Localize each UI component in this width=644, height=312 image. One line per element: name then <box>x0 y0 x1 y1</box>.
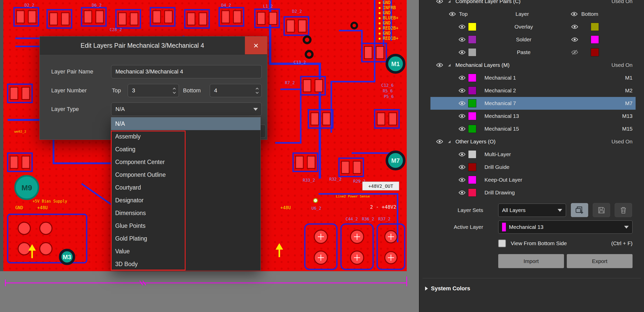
pcb-net-label: GND <box>383 31 391 36</box>
bottom-layer-number-spinner[interactable]: 4 <box>210 84 262 97</box>
layer-eye-icon[interactable] <box>458 164 466 170</box>
layer-pair-name-input[interactable] <box>111 65 262 78</box>
used-on-label[interactable]: Used On <box>611 139 633 145</box>
group-visibility-eye-icon[interactable] <box>436 0 444 4</box>
top-layer-number-spinner[interactable]: 3 <box>128 84 179 97</box>
bottom-layer-swatch[interactable] <box>591 23 599 31</box>
layer-color-swatch[interactable] <box>468 99 476 107</box>
bottom-visibility-eye-icon[interactable] <box>570 11 578 17</box>
bottom-eye-icon[interactable] <box>571 37 579 42</box>
layer-row-drill-guide[interactable]: Drill Guide <box>430 161 636 173</box>
system-colors-expand-icon[interactable] <box>425 286 428 291</box>
view-from-bottom-checkbox[interactable] <box>498 240 506 247</box>
layer-eye-icon[interactable] <box>458 113 466 119</box>
dialog-close-button[interactable]: × <box>245 36 267 54</box>
layer-color-swatch[interactable] <box>468 163 476 171</box>
layer-pair-row-paste[interactable]: Paste <box>430 46 636 59</box>
pcb-designator: R33_2 <box>303 178 315 183</box>
active-layer-dropdown[interactable]: Mechanical 13 <box>498 220 633 234</box>
layer-eye-icon[interactable] <box>458 177 466 183</box>
import-button[interactable]: Import <box>498 254 564 268</box>
dropdown-option-value[interactable]: Value <box>111 245 260 258</box>
pcb-net-label: GND <box>383 10 391 15</box>
top-eye-icon[interactable] <box>458 37 466 42</box>
top-layer-swatch[interactable] <box>468 35 476 44</box>
layer-type-dropdown[interactable]: N/A <box>111 103 262 116</box>
layer-pair-row-overlay[interactable]: Overlay <box>430 20 636 33</box>
layer-color-swatch[interactable] <box>468 189 476 197</box>
layer-row-mechanical-13[interactable]: Mechanical 13M13 <box>430 110 636 122</box>
group-row-component-layer-pairs-c[interactable]: Component Layer Pairs (C)Used On <box>430 0 636 8</box>
dropdown-option-component-center[interactable]: Component Center <box>111 156 260 168</box>
group-visibility-eye-icon[interactable] <box>436 62 444 68</box>
layer-row-keep-out-layer[interactable]: Keep-Out Layer <box>430 173 636 186</box>
layer-sets-dropdown[interactable]: All Layers <box>498 204 566 217</box>
pcb-label: +5V Bias Supply <box>33 199 67 204</box>
layer-row-mechanical-15[interactable]: Mechanical 15M15 <box>430 122 636 135</box>
bottom-eye-icon[interactable] <box>571 24 579 30</box>
dropdown-option-n-a[interactable]: N/A <box>111 117 260 130</box>
group-row-other-layers-o[interactable]: Other Layers (O)Used On <box>430 135 636 148</box>
pcb-designator: D2_2 <box>24 3 34 8</box>
layer-color-swatch[interactable] <box>468 150 476 158</box>
collapse-triangle-icon[interactable] <box>447 63 451 67</box>
layer-eye-icon[interactable] <box>458 152 466 157</box>
dropdown-option-courtyard[interactable]: Courtyard <box>111 181 260 194</box>
used-on-label[interactable]: Used On <box>611 62 633 68</box>
layer-row-mechanical-1[interactable]: Mechanical 1M1 <box>430 71 636 84</box>
top-visibility-eye-icon[interactable] <box>448 11 456 17</box>
pcb-net-dot <box>379 2 380 4</box>
layer-row-multi-layer[interactable]: Multi-Layer <box>430 148 636 161</box>
used-on-label[interactable]: Used On <box>611 0 633 4</box>
layer-row-mechanical-7[interactable]: Mechanical 7M7 <box>430 97 636 110</box>
layer-color-swatch[interactable] <box>468 176 476 184</box>
layer-eye-icon[interactable] <box>458 88 466 93</box>
save-layer-set-button[interactable] <box>593 203 610 217</box>
layer-color-swatch[interactable] <box>468 86 476 95</box>
top-eye-icon[interactable] <box>458 49 466 55</box>
bottom-layer-swatch[interactable] <box>591 48 599 56</box>
layer-color-swatch[interactable] <box>468 125 476 133</box>
layer-label: Keep-Out Layer <box>484 177 522 183</box>
layer-eye-icon[interactable] <box>458 75 466 81</box>
dropdown-option-designator[interactable]: Designator <box>111 194 260 207</box>
dropdown-option-coating[interactable]: Coating <box>111 143 260 156</box>
dropdown-option-assembly[interactable]: Assembly <box>111 130 260 143</box>
layer-pair-row-solder[interactable]: Solder <box>430 33 636 46</box>
layer-eye-icon[interactable] <box>458 126 466 132</box>
section-divider <box>423 278 641 278</box>
spinner-up-icon[interactable] <box>173 88 176 90</box>
layer-row-mechanical-2[interactable]: Mechanical 2M2 <box>430 84 636 97</box>
top-layer-swatch[interactable] <box>468 48 476 56</box>
collapse-triangle-icon[interactable] <box>447 0 451 3</box>
pairs-columns-row[interactable]: TopLayerBottom <box>430 8 636 20</box>
spinner-up-icon[interactable] <box>255 88 259 90</box>
system-colors-section[interactable]: System Colors <box>425 285 470 292</box>
dialog-titlebar[interactable]: Edit Layers Pair Mechanical 3/Mechanical… <box>40 36 267 55</box>
collapse-triangle-icon[interactable] <box>447 140 451 144</box>
layer-eye-icon[interactable] <box>458 101 466 106</box>
top-eye-icon[interactable] <box>458 24 466 30</box>
spinner-down-icon[interactable] <box>255 92 259 94</box>
group-row-mechanical-layers-m[interactable]: Mechanical Layers (M)Used On <box>430 59 636 71</box>
delete-layer-set-button[interactable] <box>615 203 632 217</box>
dialog-title: Edit Layers Pair Mechanical 3/Mechanical… <box>81 42 204 49</box>
dropdown-option-3d-body[interactable]: 3D Body <box>111 258 260 270</box>
dropdown-option-component-outline[interactable]: Component Outline <box>111 168 260 181</box>
export-button[interactable]: Export <box>567 254 633 268</box>
group-visibility-eye-icon[interactable] <box>436 139 444 144</box>
top-layer-swatch[interactable] <box>468 23 476 31</box>
group-label: Component Layer Pairs (C) <box>455 0 521 4</box>
dropdown-option-dimensions[interactable]: Dimensions <box>111 207 260 219</box>
spinner-down-icon[interactable] <box>173 92 176 94</box>
pcb-designator: L1_2 <box>263 4 273 9</box>
layer-color-swatch[interactable] <box>468 112 476 120</box>
dropdown-option-gold-plating[interactable]: Gold Plating <box>111 232 260 245</box>
dropdown-option-glue-points[interactable]: Glue Points <box>111 219 260 232</box>
bottom-eye-icon[interactable] <box>571 49 579 55</box>
layer-row-drill-drawing[interactable]: Drill Drawing <box>430 186 636 199</box>
bottom-layer-swatch[interactable] <box>591 35 599 44</box>
layer-eye-icon[interactable] <box>458 190 466 195</box>
layer-color-swatch[interactable] <box>468 74 476 82</box>
add-layer-set-button[interactable] <box>571 203 588 217</box>
